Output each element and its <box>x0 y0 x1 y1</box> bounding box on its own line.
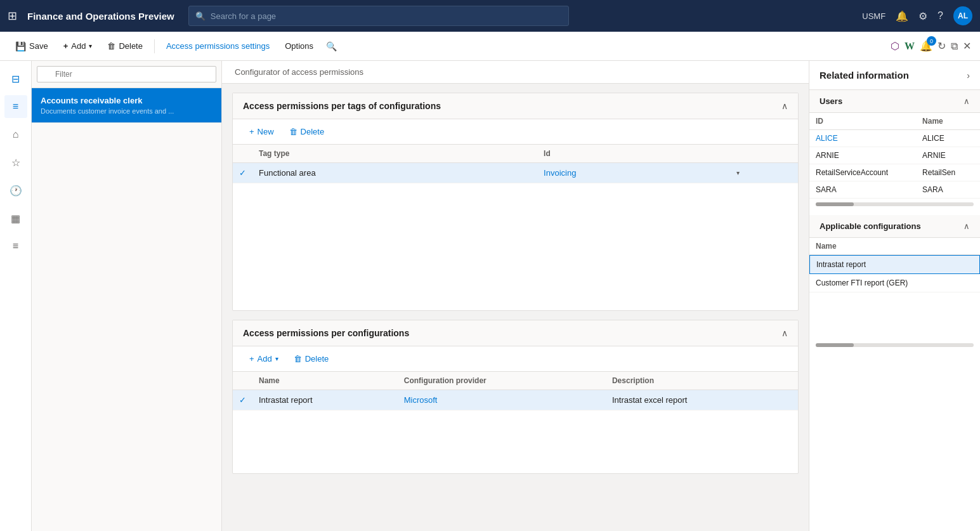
notification-badge: 0 <box>927 36 936 46</box>
tags-table-header-row: Tag type Id <box>233 145 798 163</box>
section-tags: Access permissions per tags of configura… <box>232 93 799 311</box>
save-button[interactable]: 💾 Save <box>9 38 55 55</box>
notification-bell-icon[interactable]: 🔔 <box>896 10 908 22</box>
access-permissions-button[interactable]: Access permissions settings <box>160 38 276 54</box>
user-avatar[interactable]: AL <box>953 6 972 25</box>
nav-workspaces-icon[interactable]: ▦ <box>4 207 27 230</box>
nav-home-icon[interactable]: ⌂ <box>4 123 27 146</box>
id-dropdown[interactable]: Invoicing ▾ <box>544 168 740 178</box>
content-header: Configurator of access permissions <box>222 61 809 84</box>
refresh-icon[interactable]: ↻ <box>938 40 946 52</box>
user-name-cell: ARNIE <box>916 147 980 164</box>
user-name-cell: SARA <box>916 181 980 199</box>
users-table: ID Name ALICE ALICE ARNIE ARNIE Retai <box>809 113 980 199</box>
search-input[interactable] <box>211 11 562 21</box>
add-config-button[interactable]: + Add ▾ <box>243 351 285 366</box>
table-row[interactable]: RetailServiceAccount RetailSen <box>809 164 980 181</box>
table-row[interactable]: ✓ Intrastat report Microsoft Intrastat e… <box>233 390 798 410</box>
config-provider-cell: Microsoft <box>398 390 606 410</box>
section-configs-header: Access permissions per configurations ∧ <box>233 320 798 346</box>
configs-scrollbar-thumb[interactable] <box>816 343 854 347</box>
list-item-desc: Documents customer invoice events and ..… <box>41 107 212 115</box>
badge-wrap: 🔔 0 <box>920 40 932 52</box>
section-configs: Access permissions per configurations ∧ … <box>232 320 799 475</box>
tag-id-col-header: Id <box>537 145 746 163</box>
add-dropdown-icon: ▾ <box>275 355 278 362</box>
users-section-collapse-icon[interactable]: ∧ <box>964 96 970 106</box>
config-list-item[interactable]: Intrastat report <box>809 255 980 274</box>
options-button[interactable]: Options <box>278 38 320 54</box>
filter-input[interactable] <box>37 66 216 82</box>
close-icon[interactable]: ✕ <box>963 40 971 52</box>
users-scrollbar-track[interactable] <box>816 202 974 206</box>
configs-scrollbar-track[interactable] <box>816 343 974 347</box>
app-title: Finance and Operations Preview <box>27 11 174 22</box>
users-scrollbar-thumb[interactable] <box>816 202 854 206</box>
section-configs-collapse-icon[interactable]: ∧ <box>781 328 788 338</box>
right-panel-expand-icon[interactable]: › <box>967 70 970 81</box>
users-section-title: Users <box>820 96 842 106</box>
table-spacer-row <box>233 183 798 310</box>
config-spacer-row <box>233 410 798 473</box>
section-tags-toolbar: + New 🗑 Delete <box>233 119 798 145</box>
nav-list-icon[interactable]: ≡ <box>4 95 27 118</box>
list-item[interactable]: Accounts receivable clerk Documents cust… <box>32 88 221 123</box>
list-panel: 🔍 Accounts receivable clerk Documents cu… <box>32 61 222 531</box>
toolbar-divider <box>154 39 155 53</box>
office-icon[interactable]: W <box>905 41 915 52</box>
delete-config-button[interactable]: 🗑 Delete <box>287 351 336 366</box>
nav-favorites-icon[interactable]: ☆ <box>4 151 27 174</box>
config-name-col-header: Name <box>252 372 398 390</box>
table-row[interactable]: ARNIE ARNIE <box>809 147 980 164</box>
tag-extra-cell <box>746 163 798 183</box>
nav-recent-icon[interactable]: 🕐 <box>4 179 27 202</box>
new-window-icon[interactable]: ⧉ <box>951 41 958 52</box>
configs-section-header: Applicable configurations ∧ <box>809 215 980 238</box>
table-row[interactable]: SARA SARA <box>809 181 980 199</box>
toolbar-search-icon[interactable]: 🔍 <box>326 41 337 51</box>
delete-tag-button[interactable]: 🗑 Delete <box>283 124 331 139</box>
config-row-check: ✓ <box>233 390 252 410</box>
section-tags-table-wrap: Tag type Id ✓ Fu <box>233 145 798 310</box>
right-panel-title: Related information <box>820 70 909 81</box>
environment-label: USMF <box>862 11 885 21</box>
users-section-header: Users ∧ <box>809 90 980 113</box>
add-config-plus-icon: + <box>249 354 254 364</box>
user-name-cell: RetailSen <box>916 164 980 181</box>
add-dropdown-arrow-icon: ▾ <box>89 43 92 49</box>
tag-type-cell: Functional area <box>252 163 537 183</box>
configs-section-collapse-icon[interactable]: ∧ <box>964 221 970 231</box>
section-tags-collapse-icon[interactable]: ∧ <box>781 101 788 111</box>
add-button[interactable]: + Add ▾ <box>57 38 99 54</box>
configs-check-col-header <box>233 372 252 390</box>
config-name-cell: Intrastat report <box>252 390 398 410</box>
config-list-item[interactable]: Customer FTI report (GER) <box>809 274 980 292</box>
new-tag-button[interactable]: + New <box>243 124 280 139</box>
section-tags-header: Access permissions per tags of configura… <box>233 93 798 119</box>
user-id-cell: SARA <box>809 181 916 199</box>
table-row[interactable]: ALICE ALICE <box>809 130 980 147</box>
right-panel-header: Related information › <box>809 61 980 90</box>
user-id-cell[interactable]: ALICE <box>809 130 916 147</box>
nav-modules-icon[interactable]: ≡ <box>4 235 27 258</box>
nav-filter-icon[interactable]: ⊟ <box>4 67 27 90</box>
config-desc-col-header: Description <box>606 372 798 390</box>
filter-wrap: 🔍 <box>37 66 216 82</box>
help-question-icon[interactable]: ? <box>938 10 943 22</box>
power-apps-icon[interactable]: ⬡ <box>891 40 899 52</box>
action-toolbar: 💾 Save + Add ▾ 🗑 Delete Access permissio… <box>0 32 980 61</box>
delete-button[interactable]: 🗑 Delete <box>101 38 149 54</box>
settings-gear-icon[interactable]: ⚙ <box>918 10 927 22</box>
tags-table: Tag type Id ✓ Fu <box>233 145 798 310</box>
section-configs-table-wrap: Name Configuration provider Description <box>233 372 798 474</box>
tags-check-col-header <box>233 145 252 163</box>
delete-config-icon: 🗑 <box>294 354 302 364</box>
global-search-bar[interactable]: 🔍 <box>188 6 569 26</box>
table-row[interactable]: ✓ Functional area Invoicing ▾ <box>233 163 798 183</box>
configs-name-col-header: Name <box>809 238 980 255</box>
apps-grid-icon[interactable]: ⊞ <box>8 9 17 23</box>
top-bar-right: USMF 🔔 ⚙ ? AL <box>862 6 972 25</box>
section-configs-title: Access permissions per configurations <box>243 328 409 338</box>
list-item-title: Accounts receivable clerk <box>41 96 212 105</box>
check-icon: ✓ <box>239 168 246 178</box>
